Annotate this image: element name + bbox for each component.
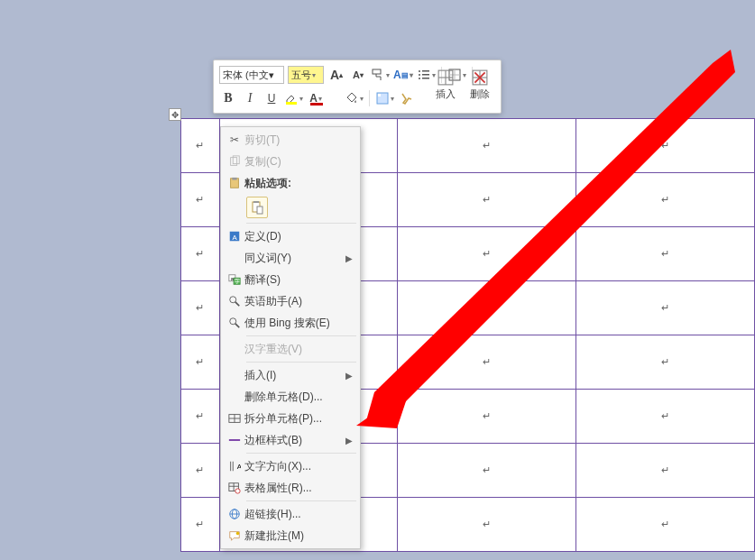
table-cell[interactable]: ↵ [576, 119, 755, 173]
increase-font-button[interactable]: A▴ [327, 66, 345, 84]
chevron-down-icon: ▾ [386, 71, 390, 79]
table-cell[interactable]: ↵ [398, 119, 576, 173]
delete-split-button[interactable]: 删除 [465, 64, 495, 106]
svg-rect-24 [232, 178, 236, 180]
svg-line-35 [235, 302, 239, 306]
table-cell[interactable]: ↵ [181, 281, 220, 335]
table-cell[interactable]: ↵ [181, 498, 220, 552]
hyperlink-icon [225, 505, 244, 523]
table-cell[interactable]: ↵ [398, 335, 576, 390]
svg-text:字: 字 [235, 278, 240, 284]
svg-line-37 [235, 324, 239, 327]
table-cell[interactable]: ↵ [398, 444, 576, 498]
font-name-select[interactable]: 宋体 (中文▾ [219, 66, 284, 84]
highlight-color-button[interactable]: ▾ [284, 89, 303, 107]
svg-rect-20 [378, 94, 381, 96]
svg-point-36 [230, 318, 236, 325]
bold-button[interactable]: B [219, 89, 237, 107]
table-cell[interactable]: ↵ [181, 173, 220, 227]
svg-point-5 [419, 78, 420, 79]
menu-separator [246, 223, 356, 224]
context-menu: ✂ 剪切(T) 复制(C) 粘贴选项: A 定义(D) [220, 126, 361, 549]
menu-define[interactable]: A 定义(D) [221, 225, 360, 247]
table-cell[interactable]: ↵ [181, 335, 220, 390]
menu-delete-cells[interactable]: 删除单元格(D)... [221, 386, 360, 408]
svg-point-52 [236, 532, 240, 536]
italic-button[interactable]: I [241, 89, 259, 107]
table-move-handle[interactable]: ✥ [169, 108, 181, 121]
table-cell[interactable]: ↵ [398, 173, 576, 227]
svg-rect-6 [422, 78, 429, 79]
search-icon [225, 314, 244, 332]
menu-translate[interactable]: a字 翻译(S) [221, 269, 360, 290]
menu-paste-options-header: 粘贴选项: [221, 172, 360, 194]
submenu-arrow-icon: ▶ [345, 371, 353, 381]
menu-bing-search[interactable]: 使用 Bing 搜索(E) [221, 312, 360, 334]
svg-rect-0 [373, 69, 381, 74]
table-cell[interactable]: ↵ [576, 173, 755, 227]
svg-point-34 [230, 297, 236, 303]
svg-rect-27 [257, 207, 262, 214]
cell-alignment-button[interactable]: ▾ [375, 89, 394, 107]
paste-keep-source-button[interactable] [246, 197, 268, 218]
menu-separator [246, 453, 356, 454]
styles-button[interactable]: A▤▾ [393, 66, 413, 84]
svg-rect-2 [422, 70, 429, 72]
menu-synonym[interactable]: 同义词(Y) ▶ [221, 247, 360, 269]
menu-english-assistant[interactable]: 英语助手(A) [221, 290, 360, 312]
submenu-arrow-icon: ▶ [345, 253, 353, 263]
table-cell[interactable]: ↵ [398, 227, 576, 281]
border-style-icon [225, 431, 244, 449]
book-icon: A [225, 227, 244, 245]
table-cell[interactable]: ↵ [181, 227, 220, 281]
menu-copy: 复制(C) [221, 151, 360, 172]
menu-hyperlink[interactable]: 超链接(H)... [221, 503, 360, 525]
table-cell[interactable]: ↵ [576, 390, 755, 444]
chevron-down-icon: ▾ [312, 71, 316, 79]
svg-point-1 [419, 70, 420, 72]
menu-cut: ✂ 剪切(T) [221, 129, 360, 151]
table-properties-icon [225, 479, 244, 497]
text-direction-icon: A [225, 457, 244, 475]
table-cell[interactable]: ↵ [398, 498, 576, 552]
menu-text-direction[interactable]: A 文字方向(X)... [221, 455, 360, 477]
decrease-font-button[interactable]: A▾ [349, 66, 367, 84]
move-handle-icon: ✥ [171, 110, 179, 120]
table-cell[interactable]: ↵ [181, 119, 220, 173]
insert-split-button[interactable]: 插入 [430, 64, 461, 106]
format-painter-button[interactable]: ▾ [371, 66, 390, 84]
autofit-button[interactable] [398, 89, 416, 107]
menu-new-comment[interactable]: 新建批注(M) [221, 525, 360, 546]
table-cell[interactable]: ↵ [181, 390, 220, 444]
menu-reconvert: 汉字重选(V) [221, 338, 360, 360]
svg-text:A: A [237, 463, 241, 471]
table-cell[interactable]: ↵ [398, 281, 576, 335]
underline-button[interactable]: U [262, 89, 281, 107]
shading-button[interactable]: ▾ [345, 89, 364, 107]
clipboard-icon [225, 174, 244, 192]
menu-insert[interactable]: 插入(I) ▶ [221, 364, 360, 386]
svg-text:A: A [232, 234, 237, 242]
translate-icon: a字 [225, 271, 244, 289]
menu-separator [246, 500, 356, 501]
table-cell[interactable]: ↵ [576, 227, 755, 281]
table-cell[interactable]: ↵ [398, 390, 576, 444]
font-size-select[interactable]: 五号▾ [288, 66, 324, 84]
menu-border-style[interactable]: 边框样式(B) ▶ [221, 429, 360, 451]
menu-split-cells[interactable]: 拆分单元格(P)... [221, 408, 360, 429]
table-cell[interactable]: ↵ [576, 281, 755, 335]
cell-mark: ↵ [196, 140, 204, 151]
svg-rect-4 [422, 74, 429, 76]
mini-toolbar: 宋体 (中文▾ 五号▾ A▴ A▾ ▾ A▤▾ ▾ ▾ 插入 [213, 60, 502, 114]
menu-table-properties[interactable]: 表格属性(R)... [221, 477, 360, 499]
table-cell[interactable]: ↵ [181, 444, 220, 498]
split-cells-icon [225, 409, 244, 427]
table-cell[interactable]: ↵ [576, 498, 755, 552]
svg-rect-18 [286, 102, 297, 105]
comment-icon [225, 527, 244, 545]
scissors-icon: ✂ [225, 131, 244, 149]
table-cell[interactable]: ↵ [576, 335, 755, 390]
separator [369, 90, 370, 106]
svg-point-48 [235, 489, 240, 493]
table-cell[interactable]: ↵ [576, 444, 755, 498]
